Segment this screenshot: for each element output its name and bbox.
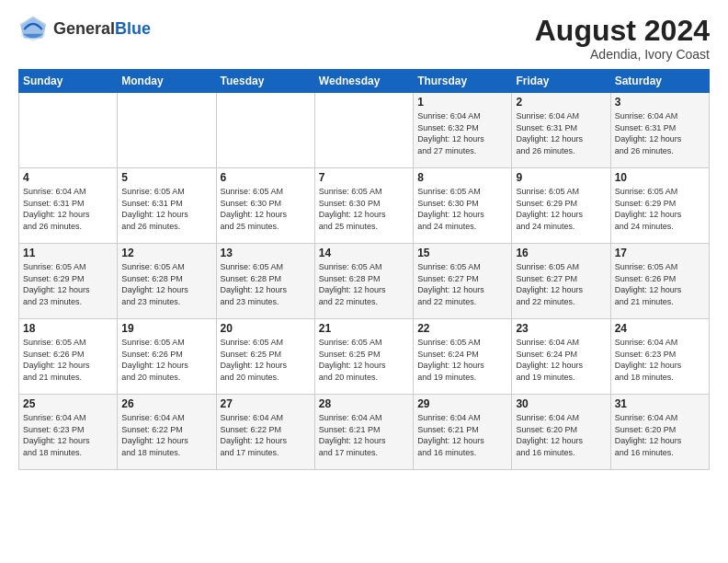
day-number: 23 bbox=[516, 322, 606, 335]
calendar-cell: 24Sunrise: 6:04 AM Sunset: 6:23 PM Dayli… bbox=[610, 319, 709, 395]
calendar-cell: 9Sunrise: 6:05 AM Sunset: 6:29 PM Daylig… bbox=[512, 168, 610, 244]
day-info: Sunrise: 6:05 AM Sunset: 6:29 PM Dayligh… bbox=[23, 261, 113, 307]
day-info: Sunrise: 6:05 AM Sunset: 6:30 PM Dayligh… bbox=[319, 186, 409, 232]
day-number: 7 bbox=[319, 171, 409, 184]
location: Adendia, Ivory Coast bbox=[535, 47, 710, 62]
week-row-2: 4Sunrise: 6:04 AM Sunset: 6:31 PM Daylig… bbox=[19, 168, 710, 244]
day-info: Sunrise: 6:04 AM Sunset: 6:32 PM Dayligh… bbox=[417, 110, 507, 156]
calendar-cell: 31Sunrise: 6:04 AM Sunset: 6:20 PM Dayli… bbox=[610, 395, 709, 470]
calendar-cell: 27Sunrise: 6:04 AM Sunset: 6:22 PM Dayli… bbox=[216, 395, 314, 470]
calendar-cell: 22Sunrise: 6:05 AM Sunset: 6:24 PM Dayli… bbox=[414, 319, 512, 395]
calendar-cell: 11Sunrise: 6:05 AM Sunset: 6:29 PM Dayli… bbox=[19, 244, 118, 319]
day-header-wednesday: Wednesday bbox=[314, 70, 413, 93]
day-info: Sunrise: 6:05 AM Sunset: 6:30 PM Dayligh… bbox=[221, 186, 311, 232]
calendar-cell: 23Sunrise: 6:04 AM Sunset: 6:24 PM Dayli… bbox=[512, 319, 610, 395]
day-header-saturday: Saturday bbox=[610, 70, 709, 93]
calendar-cell: 19Sunrise: 6:05 AM Sunset: 6:26 PM Dayli… bbox=[118, 319, 216, 395]
day-header-sunday: Sunday bbox=[19, 70, 118, 93]
calendar-cell: 10Sunrise: 6:05 AM Sunset: 6:29 PM Dayli… bbox=[610, 168, 709, 244]
day-number: 13 bbox=[221, 247, 311, 259]
calendar-cell: 21Sunrise: 6:05 AM Sunset: 6:25 PM Dayli… bbox=[314, 319, 413, 395]
calendar-cell: 1Sunrise: 6:04 AM Sunset: 6:32 PM Daylig… bbox=[414, 93, 512, 168]
calendar-cell bbox=[216, 93, 314, 168]
calendar-cell: 26Sunrise: 6:04 AM Sunset: 6:22 PM Dayli… bbox=[118, 395, 216, 470]
day-info: Sunrise: 6:04 AM Sunset: 6:22 PM Dayligh… bbox=[121, 412, 211, 458]
calendar-cell: 14Sunrise: 6:05 AM Sunset: 6:28 PM Dayli… bbox=[314, 244, 413, 319]
day-number: 4 bbox=[23, 171, 113, 184]
day-header-tuesday: Tuesday bbox=[216, 70, 314, 93]
day-info: Sunrise: 6:04 AM Sunset: 6:20 PM Dayligh… bbox=[516, 412, 606, 458]
calendar-cell bbox=[118, 93, 216, 168]
calendar-cell bbox=[314, 93, 413, 168]
day-info: Sunrise: 6:04 AM Sunset: 6:23 PM Dayligh… bbox=[23, 412, 113, 458]
day-info: Sunrise: 6:05 AM Sunset: 6:30 PM Dayligh… bbox=[417, 186, 507, 232]
logo: GeneralBlue bbox=[18, 15, 151, 44]
week-row-1: 1Sunrise: 6:04 AM Sunset: 6:32 PM Daylig… bbox=[19, 93, 710, 168]
day-info: Sunrise: 6:04 AM Sunset: 6:31 PM Dayligh… bbox=[615, 110, 705, 156]
day-number: 24 bbox=[615, 322, 705, 335]
calendar-cell bbox=[19, 93, 118, 168]
calendar-cell: 18Sunrise: 6:05 AM Sunset: 6:26 PM Dayli… bbox=[19, 319, 118, 395]
day-number: 3 bbox=[615, 96, 705, 109]
day-number: 30 bbox=[516, 397, 606, 410]
day-number: 31 bbox=[615, 397, 705, 410]
calendar-cell: 15Sunrise: 6:05 AM Sunset: 6:27 PM Dayli… bbox=[414, 244, 512, 319]
day-info: Sunrise: 6:04 AM Sunset: 6:21 PM Dayligh… bbox=[319, 412, 409, 458]
day-number: 6 bbox=[221, 171, 311, 184]
calendar-cell: 17Sunrise: 6:05 AM Sunset: 6:26 PM Dayli… bbox=[610, 244, 709, 319]
day-info: Sunrise: 6:04 AM Sunset: 6:23 PM Dayligh… bbox=[615, 337, 705, 383]
day-info: Sunrise: 6:05 AM Sunset: 6:27 PM Dayligh… bbox=[516, 261, 606, 307]
day-info: Sunrise: 6:05 AM Sunset: 6:26 PM Dayligh… bbox=[615, 261, 705, 307]
day-info: Sunrise: 6:04 AM Sunset: 6:31 PM Dayligh… bbox=[516, 110, 606, 156]
day-info: Sunrise: 6:05 AM Sunset: 6:31 PM Dayligh… bbox=[121, 186, 211, 232]
day-number: 18 bbox=[23, 322, 113, 335]
calendar-cell: 20Sunrise: 6:05 AM Sunset: 6:25 PM Dayli… bbox=[216, 319, 314, 395]
day-number: 2 bbox=[516, 96, 606, 109]
header: GeneralBlue August 2024 Adendia, Ivory C… bbox=[18, 15, 710, 62]
week-row-4: 18Sunrise: 6:05 AM Sunset: 6:26 PM Dayli… bbox=[19, 319, 710, 395]
calendar-cell: 6Sunrise: 6:05 AM Sunset: 6:30 PM Daylig… bbox=[216, 168, 314, 244]
day-info: Sunrise: 6:05 AM Sunset: 6:25 PM Dayligh… bbox=[319, 337, 409, 383]
day-number: 15 bbox=[417, 247, 507, 259]
day-header-friday: Friday bbox=[512, 70, 610, 93]
day-number: 8 bbox=[417, 171, 507, 184]
day-header-monday: Monday bbox=[118, 70, 216, 93]
logo-icon bbox=[18, 15, 48, 44]
day-number: 21 bbox=[319, 322, 409, 335]
day-number: 12 bbox=[121, 247, 211, 259]
day-info: Sunrise: 6:05 AM Sunset: 6:25 PM Dayligh… bbox=[221, 337, 311, 383]
calendar-cell: 13Sunrise: 6:05 AM Sunset: 6:28 PM Dayli… bbox=[216, 244, 314, 319]
day-number: 27 bbox=[221, 397, 311, 410]
day-number: 10 bbox=[615, 171, 705, 184]
calendar-cell: 8Sunrise: 6:05 AM Sunset: 6:30 PM Daylig… bbox=[414, 168, 512, 244]
calendar-table: SundayMondayTuesdayWednesdayThursdayFrid… bbox=[18, 69, 710, 470]
day-info: Sunrise: 6:05 AM Sunset: 6:26 PM Dayligh… bbox=[23, 337, 113, 383]
day-info: Sunrise: 6:05 AM Sunset: 6:29 PM Dayligh… bbox=[516, 186, 606, 232]
day-number: 5 bbox=[121, 171, 211, 184]
day-number: 26 bbox=[121, 397, 211, 410]
day-number: 17 bbox=[615, 247, 705, 259]
calendar-cell: 12Sunrise: 6:05 AM Sunset: 6:28 PM Dayli… bbox=[118, 244, 216, 319]
day-info: Sunrise: 6:04 AM Sunset: 6:24 PM Dayligh… bbox=[516, 337, 606, 383]
calendar-cell: 4Sunrise: 6:04 AM Sunset: 6:31 PM Daylig… bbox=[19, 168, 118, 244]
day-header-thursday: Thursday bbox=[414, 70, 512, 93]
day-number: 9 bbox=[516, 171, 606, 184]
title-block: August 2024 Adendia, Ivory Coast bbox=[535, 15, 710, 62]
day-number: 1 bbox=[417, 96, 507, 109]
day-info: Sunrise: 6:05 AM Sunset: 6:27 PM Dayligh… bbox=[417, 261, 507, 307]
day-info: Sunrise: 6:05 AM Sunset: 6:24 PM Dayligh… bbox=[417, 337, 507, 383]
day-number: 19 bbox=[121, 322, 211, 335]
day-info: Sunrise: 6:04 AM Sunset: 6:20 PM Dayligh… bbox=[615, 412, 705, 458]
day-number: 25 bbox=[23, 397, 113, 410]
page: GeneralBlue August 2024 Adendia, Ivory C… bbox=[0, 0, 728, 479]
day-number: 29 bbox=[417, 397, 507, 410]
calendar-cell: 3Sunrise: 6:04 AM Sunset: 6:31 PM Daylig… bbox=[610, 93, 709, 168]
day-number: 28 bbox=[319, 397, 409, 410]
day-info: Sunrise: 6:05 AM Sunset: 6:28 PM Dayligh… bbox=[221, 261, 311, 307]
day-info: Sunrise: 6:04 AM Sunset: 6:31 PM Dayligh… bbox=[23, 186, 113, 232]
calendar-cell: 7Sunrise: 6:05 AM Sunset: 6:30 PM Daylig… bbox=[314, 168, 413, 244]
calendar-cell: 30Sunrise: 6:04 AM Sunset: 6:20 PM Dayli… bbox=[512, 395, 610, 470]
day-number: 16 bbox=[516, 247, 606, 259]
calendar-cell: 28Sunrise: 6:04 AM Sunset: 6:21 PM Dayli… bbox=[314, 395, 413, 470]
day-number: 20 bbox=[221, 322, 311, 335]
